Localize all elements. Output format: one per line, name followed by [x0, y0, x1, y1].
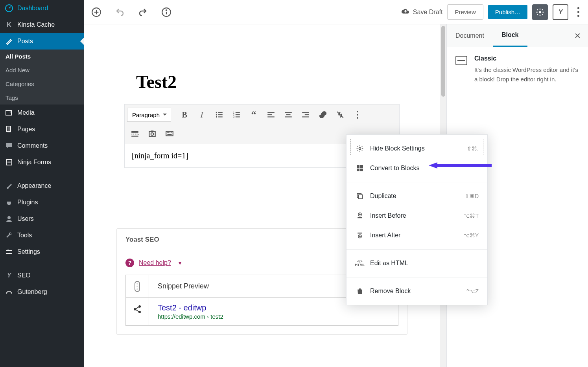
svg-point-56	[136, 286, 138, 287]
svg-line-61	[136, 307, 139, 309]
sidebar-item-comments[interactable]: Comments	[0, 138, 84, 154]
sidebar-item-ninja-forms[interactable]: Ninja Forms	[0, 154, 84, 171]
svg-rect-34	[267, 116, 275, 117]
insert-more-button[interactable]	[127, 126, 143, 141]
svg-rect-67	[360, 169, 363, 171]
sidebar-item-tools[interactable]: Tools	[0, 227, 84, 244]
bold-button[interactable]: B	[177, 107, 192, 123]
link-button[interactable]	[315, 107, 331, 123]
duplicate-icon	[355, 191, 365, 201]
settings-toggle-button[interactable]	[532, 4, 548, 20]
kinsta-icon: K	[5, 20, 13, 29]
traffic-light-tab[interactable]	[126, 275, 149, 298]
sidebar-label: Users	[17, 215, 34, 222]
sidebar-item-appearance[interactable]: Appearance	[0, 178, 84, 194]
submenu-categories[interactable]: Categories	[0, 77, 84, 91]
submenu-tags[interactable]: Tags	[0, 91, 84, 105]
close-settings-button[interactable]: ✕	[567, 31, 588, 40]
svg-rect-65	[360, 165, 363, 168]
pin-icon	[5, 37, 13, 46]
italic-button[interactable]: I	[194, 107, 210, 123]
tab-block[interactable]: Block	[493, 24, 527, 47]
svg-point-24	[216, 116, 217, 117]
sidebar-item-settings[interactable]: Settings	[0, 244, 84, 260]
media-icon	[5, 108, 13, 117]
svg-rect-49	[168, 132, 169, 133]
svg-rect-69	[359, 195, 363, 199]
sidebar-item-media[interactable]: Media	[0, 105, 84, 121]
svg-line-62	[136, 310, 139, 312]
sidebar-item-users[interactable]: Users	[0, 211, 84, 227]
sidebar-item-seo[interactable]: Y SEO	[0, 267, 84, 284]
align-left-button[interactable]	[263, 107, 279, 123]
block-more-button[interactable]	[350, 107, 365, 123]
block-options-dropdown: Hide Block Settings ⇧⌘, Convert to Block…	[346, 134, 488, 305]
svg-rect-38	[302, 112, 309, 113]
svg-rect-37	[285, 116, 292, 117]
sidebar-item-kinsta[interactable]: K Kinsta Cache	[0, 17, 84, 33]
info-button[interactable]	[159, 4, 174, 20]
svg-rect-32	[267, 112, 275, 113]
sidebar-label: Dashboard	[17, 5, 48, 12]
dashboard-icon	[5, 4, 13, 13]
duplicate-item[interactable]: Duplicate ⇧⌘D	[347, 186, 487, 206]
svg-rect-12	[9, 253, 11, 254]
unlink-button[interactable]	[332, 107, 348, 123]
share-tab[interactable]	[126, 298, 149, 321]
add-media-button[interactable]	[144, 126, 160, 141]
convert-to-blocks-item[interactable]: Convert to Blocks	[347, 158, 487, 178]
save-draft-button[interactable]: Save Draft	[401, 7, 443, 17]
posts-submenu: All Posts Add New Categories Tags	[0, 50, 84, 105]
numbered-list-button[interactable]: 123	[229, 107, 244, 123]
insert-after-item[interactable]: Insert After ⌥⌘Y	[347, 226, 487, 245]
svg-rect-43	[131, 136, 138, 137]
align-center-button[interactable]	[280, 107, 296, 123]
block-description: It's the classic WordPress editor and it…	[474, 65, 579, 84]
publish-button[interactable]: Publish…	[488, 5, 527, 19]
submenu-add-new[interactable]: Add New	[0, 63, 84, 77]
post-title-input[interactable]: Test2	[112, 24, 411, 104]
tab-document[interactable]: Document	[447, 25, 493, 46]
sidebar-item-posts[interactable]: Posts	[0, 33, 84, 50]
chevron-down-icon: ▼	[177, 260, 183, 266]
user-icon	[5, 215, 13, 223]
svg-rect-48	[167, 132, 168, 133]
editor-body: Test2 Paragraph B I 123 “	[84, 24, 588, 367]
sidebar-label: Pages	[17, 126, 35, 133]
sliders-icon	[5, 248, 13, 256]
keyboard-button[interactable]	[162, 126, 177, 141]
more-menu-button[interactable]	[573, 4, 583, 20]
sidebar-item-pages[interactable]: Pages	[0, 121, 84, 138]
yoast-icon: Y	[5, 271, 13, 280]
bullet-list-button[interactable]	[211, 107, 227, 123]
redo-button[interactable]	[136, 5, 150, 19]
undo-button[interactable]	[113, 5, 127, 19]
gear-icon	[355, 144, 365, 153]
sidebar-item-gutenberg[interactable]: Gutenberg	[0, 284, 84, 300]
format-select[interactable]: Paragraph	[127, 108, 171, 122]
yoast-toggle-button[interactable]: Y	[553, 4, 568, 20]
insert-before-icon	[355, 211, 365, 220]
svg-rect-29	[236, 114, 240, 115]
submenu-all-posts[interactable]: All Posts	[0, 50, 84, 63]
comment-icon	[5, 141, 13, 150]
sidebar-item-dashboard[interactable]: Dashboard	[0, 0, 84, 17]
need-help-link[interactable]: Need help?	[139, 259, 171, 266]
sidebar-item-plugins[interactable]: Plugins	[0, 194, 84, 211]
insert-before-item[interactable]: Insert Before ⌥⌘T	[347, 206, 487, 226]
editor-topbar: Save Draft Preview Publish… Y	[84, 0, 588, 24]
preview-button[interactable]: Preview	[447, 4, 483, 20]
svg-rect-36	[286, 114, 291, 115]
add-block-button[interactable]	[88, 4, 104, 20]
blockquote-button[interactable]: “	[246, 107, 262, 123]
admin-sidebar: Dashboard K Kinsta Cache Posts All Posts…	[0, 0, 84, 367]
hide-block-settings-item[interactable]: Hide Block Settings ⇧⌘,	[347, 139, 487, 158]
sidebar-label: Media	[17, 109, 35, 116]
svg-rect-40	[302, 116, 309, 117]
sidebar-label: SEO	[17, 272, 31, 279]
svg-text:3: 3	[233, 116, 234, 118]
align-right-button[interactable]	[298, 107, 313, 123]
remove-block-item[interactable]: Remove Block ^⌥Z	[347, 281, 487, 301]
edit-as-html-item[interactable]: </>HTML Edit as HTML	[347, 253, 487, 273]
svg-point-57	[136, 288, 138, 290]
